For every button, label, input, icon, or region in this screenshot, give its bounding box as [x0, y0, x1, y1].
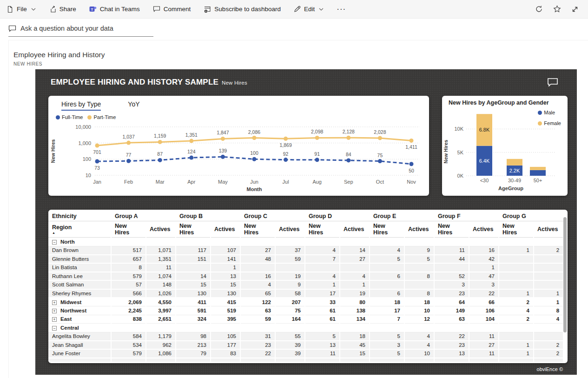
value-cell[interactable]: 1,071	[146, 246, 176, 255]
value-cell[interactable]: 14	[340, 246, 370, 255]
value-cell[interactable]: 1,179	[146, 332, 176, 341]
value-cell[interactable]: 104	[469, 315, 499, 324]
column-header-new-hires[interactable]: New Hires	[305, 221, 340, 238]
value-cell[interactable]: 8	[111, 263, 146, 272]
value-cell[interactable]	[340, 263, 370, 272]
value-cell[interactable]: 47	[469, 272, 499, 281]
region-cell[interactable]: Jean Shagall	[48, 341, 111, 350]
value-cell[interactable]: 534	[111, 341, 146, 350]
value-cell[interactable]	[305, 238, 340, 246]
value-cell[interactable]	[370, 238, 404, 246]
value-cell[interactable]: 13	[434, 349, 469, 358]
tab-yoy[interactable]: YoY	[128, 100, 139, 111]
column-header-new-hires[interactable]: New Hires	[111, 221, 146, 238]
column-header-group[interactable]: Group C	[240, 212, 305, 221]
column-header-group[interactable]: Group F	[434, 212, 499, 221]
value-cell[interactable]: 177	[211, 341, 240, 350]
value-cell[interactable]: 207	[275, 298, 305, 306]
region-cell[interactable]: −Central	[48, 324, 111, 332]
value-cell[interactable]	[499, 324, 534, 332]
value-cell[interactable]: 4	[404, 341, 434, 350]
value-cell[interactable]: 517	[111, 246, 146, 255]
column-header-actives[interactable]: Actives	[534, 221, 563, 238]
data-point[interactable]	[410, 139, 414, 143]
value-cell[interactable]: 17	[370, 306, 404, 315]
table-row[interactable]: Angelita Bowley5841,17998105315551854221…	[48, 332, 563, 341]
value-cell[interactable]: 9	[275, 280, 305, 289]
value-cell[interactable]: 79	[176, 349, 211, 358]
value-cell[interactable]	[534, 255, 563, 264]
region-cell[interactable]: −North	[48, 238, 111, 246]
value-cell[interactable]: 8	[534, 306, 563, 315]
value-cell[interactable]: 15	[211, 280, 240, 289]
bar-segment-Male-50+[interactable]	[530, 170, 546, 176]
table-row[interactable]: +East8382,65132439559164611347126310424	[48, 315, 563, 324]
value-cell[interactable]	[111, 238, 146, 246]
region-cell[interactable]: +East	[48, 315, 111, 324]
value-cell[interactable]: 324	[176, 315, 211, 324]
value-cell[interactable]: 3,997	[146, 306, 176, 315]
value-cell[interactable]: 5	[305, 332, 340, 341]
value-cell[interactable]: 962	[146, 341, 176, 350]
value-cell[interactable]: 22	[240, 349, 275, 358]
value-cell[interactable]: 1,074	[146, 272, 176, 281]
data-point[interactable]	[189, 156, 193, 160]
value-cell[interactable]: 117	[176, 246, 211, 255]
value-cell[interactable]	[240, 238, 275, 246]
value-cell[interactable]: 3	[434, 280, 469, 289]
value-cell[interactable]	[499, 332, 534, 341]
value-cell[interactable]	[211, 324, 240, 332]
column-header-actives[interactable]: Actives	[404, 221, 434, 238]
data-point[interactable]	[252, 157, 257, 161]
value-cell[interactable]: 6	[370, 289, 404, 298]
value-cell[interactable]: 579	[111, 272, 146, 281]
value-cell[interactable]: 14	[176, 272, 211, 281]
value-cell[interactable]	[146, 238, 176, 246]
value-cell[interactable]	[469, 324, 499, 332]
value-cell[interactable]: 3	[469, 280, 499, 289]
value-cell[interactable]: 134	[340, 315, 370, 324]
value-cell[interactable]: 23	[434, 341, 469, 350]
value-cell[interactable]: 44	[434, 255, 469, 264]
value-cell[interactable]: 39	[275, 349, 305, 358]
value-cell[interactable]: 2	[534, 246, 563, 255]
value-cell[interactable]: 148	[146, 280, 176, 289]
region-cell[interactable]: Sherley Rhymes	[48, 289, 111, 298]
share-button[interactable]: Share	[49, 6, 76, 13]
value-cell[interactable]: 1	[499, 349, 534, 358]
table-row[interactable]: June Foster5791,086798322391115510131112	[48, 349, 563, 358]
value-cell[interactable]: 566	[111, 289, 146, 298]
value-cell[interactable]: 10	[404, 306, 434, 315]
column-header-new-hires[interactable]: New Hires	[176, 221, 211, 238]
region-cell[interactable]: June Foster	[48, 349, 111, 358]
value-cell[interactable]: 64	[434, 298, 469, 306]
value-cell[interactable]: 23	[240, 341, 275, 350]
value-cell[interactable]: 4	[534, 315, 563, 324]
value-cell[interactable]: 18	[404, 298, 434, 306]
value-cell[interactable]: 6	[370, 272, 404, 281]
value-cell[interactable]	[240, 263, 275, 272]
region-cell[interactable]: Lin Batista	[48, 263, 111, 272]
value-cell[interactable]: 5	[370, 255, 404, 264]
column-header-new-hires[interactable]: New Hires	[370, 221, 404, 238]
data-point[interactable]	[346, 158, 350, 162]
value-cell[interactable]: 1,351	[146, 255, 176, 264]
column-header-ethnicity[interactable]: Ethnicity	[48, 212, 111, 221]
value-cell[interactable]: 8	[404, 272, 434, 281]
value-cell[interactable]: 19	[340, 289, 370, 298]
refresh-icon[interactable]	[535, 5, 543, 13]
value-cell[interactable]	[499, 238, 534, 246]
value-cell[interactable]: 11	[469, 332, 499, 341]
region-cell[interactable]: +Northwest	[48, 306, 111, 315]
value-cell[interactable]	[240, 324, 275, 332]
value-cell[interactable]: 22	[469, 289, 499, 298]
legend-item-part-time[interactable]: Part-Time	[87, 114, 116, 120]
value-cell[interactable]	[176, 238, 211, 246]
value-cell[interactable]: 13	[305, 341, 340, 350]
data-point[interactable]	[378, 136, 382, 140]
value-cell[interactable]	[404, 263, 434, 272]
data-point[interactable]	[252, 136, 257, 140]
value-cell[interactable]	[305, 263, 340, 272]
value-cell[interactable]: 2	[499, 315, 534, 324]
column-header-group[interactable]: Group B	[176, 212, 240, 221]
